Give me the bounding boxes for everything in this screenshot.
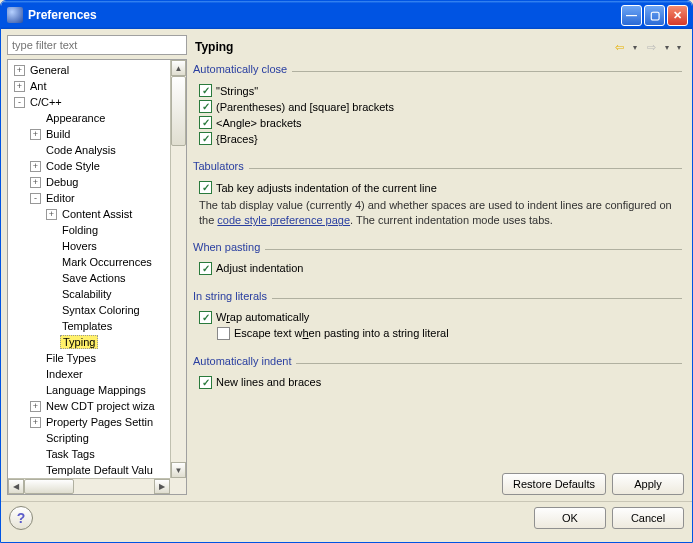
tree-item-label: Indexer [44, 368, 85, 380]
group-tabulators: Tabulators ✓Tab key adjusts indentation … [193, 160, 682, 233]
nav-back-icon[interactable]: ⇦ [610, 39, 628, 55]
tree-horizontal-scrollbar[interactable]: ◀ ▶ [8, 478, 170, 494]
tree-item-typing[interactable]: Typing [8, 334, 170, 350]
checkbox-strings[interactable]: ✓ [199, 84, 212, 97]
filter-input[interactable] [7, 35, 187, 55]
tree-item-code-style[interactable]: +Code Style [8, 158, 170, 174]
tree-item-label: Syntax Coloring [60, 304, 142, 316]
tree-item-content-assist[interactable]: +Content Assist [8, 206, 170, 222]
minimize-button[interactable]: — [621, 5, 642, 26]
tree-item-appearance[interactable]: Appearance [8, 110, 170, 126]
tree-vertical-scrollbar[interactable]: ▲ ▼ [170, 60, 186, 478]
tree-spacer [30, 433, 41, 444]
nav-back-dropdown-icon[interactable]: ▾ [630, 39, 640, 55]
tree-item-label: Editor [44, 192, 77, 204]
group-autoindent: Automatically indent ✓New lines and brac… [193, 355, 682, 396]
tree-item-label: General [28, 64, 71, 76]
checkbox-wrap[interactable]: ✓ [199, 311, 212, 324]
tree-item-label: Language Mappings [44, 384, 148, 396]
cancel-button[interactable]: Cancel [612, 507, 684, 529]
expand-icon[interactable]: + [30, 417, 41, 428]
checkbox-adjust-indent[interactable]: ✓ [199, 262, 212, 275]
tree-item-mark-occurrences[interactable]: Mark Occurrences [8, 254, 170, 270]
tree-item-label: Scalability [60, 288, 114, 300]
nav-forward-dropdown-icon[interactable]: ▾ [662, 39, 672, 55]
tree-item-folding[interactable]: Folding [8, 222, 170, 238]
group-tabs-title: Tabulators [193, 160, 249, 172]
tree-item-new-cdt-project-wiza[interactable]: +New CDT project wiza [8, 398, 170, 414]
label-adjust-indent: Adjust indentation [216, 262, 303, 274]
scroll-right-icon[interactable]: ▶ [154, 479, 170, 494]
ok-button[interactable]: OK [534, 507, 606, 529]
group-paste: When pasting ✓Adjust indentation [193, 241, 682, 282]
tree-item-templates[interactable]: Templates [8, 318, 170, 334]
nav-menu-icon[interactable]: ▾ [674, 39, 684, 55]
code-style-link[interactable]: code style preference page [217, 214, 350, 226]
tree-item-label: Templates [60, 320, 114, 332]
checkbox-braces[interactable]: ✓ [199, 132, 212, 145]
tree-item-label: File Types [44, 352, 98, 364]
titlebar: Preferences — ▢ ✕ [1, 1, 692, 29]
tree-item-debug[interactable]: +Debug [8, 174, 170, 190]
help-button[interactable]: ? [9, 506, 33, 530]
nav-forward-icon[interactable]: ⇨ [642, 39, 660, 55]
expand-icon[interactable]: + [30, 161, 41, 172]
scroll-thumb-h[interactable] [24, 479, 74, 494]
checkbox-escape[interactable]: ✓ [217, 327, 230, 340]
scroll-down-icon[interactable]: ▼ [171, 462, 186, 478]
checkbox-angle[interactable]: ✓ [199, 116, 212, 129]
tree-item-file-types[interactable]: File Types [8, 350, 170, 366]
tree-item-build[interactable]: +Build [8, 126, 170, 142]
tree-item-ant[interactable]: +Ant [8, 78, 170, 94]
expand-icon[interactable]: + [30, 177, 41, 188]
tree-item-scalability[interactable]: Scalability [8, 286, 170, 302]
expand-icon[interactable]: + [46, 209, 57, 220]
expand-icon[interactable]: + [14, 81, 25, 92]
close-button[interactable]: ✕ [667, 5, 688, 26]
tree-item-c-c-[interactable]: -C/C++ [8, 94, 170, 110]
restore-defaults-button[interactable]: Restore Defaults [502, 473, 606, 495]
preferences-tree: +General+Ant-C/C++Appearance+BuildCode A… [7, 59, 187, 495]
tree-item-property-pages-settin[interactable]: +Property Pages Settin [8, 414, 170, 430]
tree-item-language-mappings[interactable]: Language Mappings [8, 382, 170, 398]
tree-item-task-tags[interactable]: Task Tags [8, 446, 170, 462]
tree-item-general[interactable]: +General [8, 62, 170, 78]
tree-item-template-default-valu[interactable]: Template Default Valu [8, 462, 170, 478]
group-string-literals: In string literals ✓Wrap automatically ✓… [193, 290, 682, 347]
tree-item-indexer[interactable]: Indexer [8, 366, 170, 382]
expand-icon[interactable]: + [14, 65, 25, 76]
tree-spacer [46, 273, 57, 284]
collapse-icon[interactable]: - [30, 193, 41, 204]
tree-item-scripting[interactable]: Scripting [8, 430, 170, 446]
tree-item-label: Typing [60, 335, 98, 349]
group-autoclose-title: Automatically close [193, 63, 292, 75]
tree-item-save-actions[interactable]: Save Actions [8, 270, 170, 286]
scroll-left-icon[interactable]: ◀ [8, 479, 24, 494]
collapse-icon[interactable]: - [14, 97, 25, 108]
tabs-note: The tab display value (currently 4) and … [199, 198, 678, 229]
tree-item-syntax-coloring[interactable]: Syntax Coloring [8, 302, 170, 318]
label-newlines: New lines and braces [216, 376, 321, 388]
tree-item-hovers[interactable]: Hovers [8, 238, 170, 254]
checkbox-parens[interactable]: ✓ [199, 100, 212, 113]
tree-item-editor[interactable]: -Editor [8, 190, 170, 206]
expand-icon[interactable]: + [30, 401, 41, 412]
tree-item-label: Template Default Valu [44, 464, 155, 476]
scroll-thumb[interactable] [171, 76, 186, 146]
tree-item-code-analysis[interactable]: Code Analysis [8, 142, 170, 158]
expand-icon[interactable]: + [30, 129, 41, 140]
tree-item-label: C/C++ [28, 96, 64, 108]
apply-button[interactable]: Apply [612, 473, 684, 495]
tree-item-label: Save Actions [60, 272, 128, 284]
group-autoindent-title: Automatically indent [193, 355, 296, 367]
checkbox-tabkey[interactable]: ✓ [199, 181, 212, 194]
tree-item-label: Code Style [44, 160, 102, 172]
checkbox-newlines[interactable]: ✓ [199, 376, 212, 389]
tree-item-label: New CDT project wiza [44, 400, 157, 412]
tree-spacer [46, 225, 57, 236]
scroll-up-icon[interactable]: ▲ [171, 60, 186, 76]
tree-spacer [46, 289, 57, 300]
tree-item-label: Task Tags [44, 448, 97, 460]
maximize-button[interactable]: ▢ [644, 5, 665, 26]
tree-spacer [30, 145, 41, 156]
